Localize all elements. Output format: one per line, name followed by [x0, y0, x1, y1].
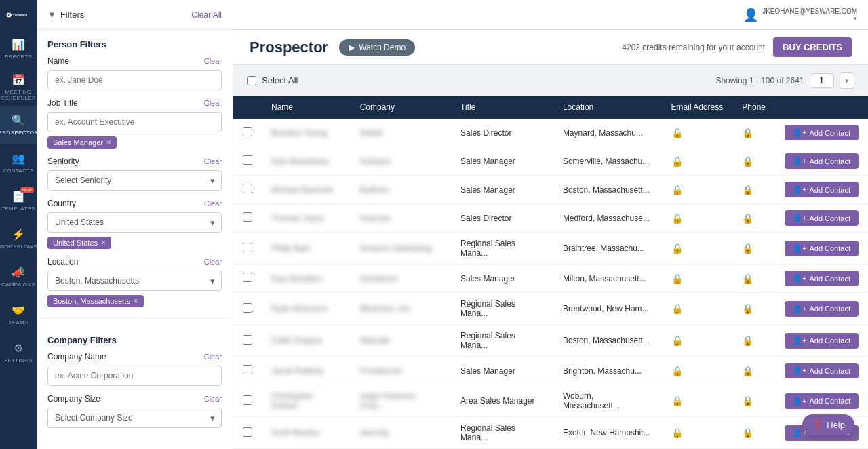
location-select[interactable]: Boston, Massachusetts New York, New York…	[47, 271, 222, 291]
phone-lock-icon-5: 🔒	[742, 273, 753, 284]
name-input[interactable]	[47, 70, 222, 90]
add-contact-button-7[interactable]: 👤+ Add Contact	[785, 333, 859, 349]
country-select[interactable]: United States Canada United Kingdom	[47, 212, 222, 233]
row-checkbox-0[interactable]	[243, 127, 252, 136]
row-checkbox-9[interactable]	[243, 395, 252, 405]
row-checkbox-2[interactable]	[243, 184, 252, 193]
country-clear[interactable]: Clear	[204, 199, 222, 208]
contact-name-9: Christopher Dufault	[271, 391, 313, 410]
meeting-icon: 📅	[12, 73, 25, 86]
contact-name-1: Kyle Beaudreau	[271, 157, 329, 166]
company-header: Company	[351, 96, 451, 119]
location-clear[interactable]: Clear	[204, 258, 222, 266]
filters-header: ▼ Filters Clear All	[37, 0, 233, 30]
contact-company-10: Security	[360, 428, 389, 437]
boston-tag-close[interactable]: ×	[134, 297, 138, 305]
name-filter-group: Name Clear	[37, 56, 233, 98]
nav-item-campaigns[interactable]: 📣 CAMPAIGNS	[0, 258, 37, 296]
job-title-input[interactable]	[47, 112, 222, 132]
add-contact-icon-0: 👤+	[793, 128, 806, 137]
logo[interactable]: Yesware	[0, 0, 37, 30]
nav-item-prospector[interactable]: 🔍 PROSPECTOR	[0, 106, 37, 144]
add-contact-button-2[interactable]: 👤+ Add Contact	[785, 182, 859, 197]
table-row: Christopher Dufault Aegis Sciences Corp.…	[233, 385, 868, 417]
contact-name-0: Brandon Young	[271, 128, 327, 138]
nav-item-meeting-scheduler[interactable]: 📅 MEETING SCHEDULER	[0, 68, 37, 106]
nav-item-workflows[interactable]: ⚡ WORKFLOWS	[0, 220, 37, 258]
name-filter-clear[interactable]: Clear	[204, 57, 222, 65]
boston-tag: Boston, Massachusetts ×	[47, 295, 144, 307]
job-title-clear[interactable]: Clear	[204, 99, 222, 107]
contact-name-7: Collin Drapow	[271, 336, 322, 345]
seniority-select[interactable]: Select Seniority Entry Level Mid Level S…	[47, 170, 222, 191]
company-filters-title: Company Filters	[37, 326, 233, 352]
contact-title-5: Sales Manager	[451, 265, 553, 293]
contact-title-4: Regional Sales Mana...	[451, 233, 553, 265]
contact-location-4: Braintree, Massachu...	[553, 233, 662, 265]
location-header: Location	[553, 96, 662, 119]
add-contact-button-8[interactable]: 👤+ Add Contact	[785, 363, 859, 378]
row-checkbox-7[interactable]	[243, 335, 252, 345]
campaigns-icon: 📣	[12, 266, 25, 279]
add-contact-icon-5: 👤+	[793, 274, 806, 283]
contact-company-9: Aegis Sciences Corp...	[360, 391, 416, 410]
row-checkbox-8[interactable]	[243, 365, 252, 374]
page-number-input[interactable]	[810, 73, 834, 88]
row-checkbox-1[interactable]	[243, 155, 252, 165]
company-size-select[interactable]: Select Company Size 1-10 11-50 51-200 20…	[47, 408, 222, 428]
action-header	[775, 96, 868, 119]
contact-location-3: Medford, Massachuse...	[553, 204, 662, 233]
company-name-clear[interactable]: Clear	[204, 353, 222, 361]
global-header: 👤 JKEOHANE@YESWARE.COM ▾	[233, 0, 868, 30]
select-all-checkbox[interactable]	[247, 76, 256, 85]
contact-company-6: Minemics, Inc.	[360, 304, 412, 313]
contact-title-6: Regional Sales Mana...	[451, 293, 553, 325]
contact-title-2: Sales Manager	[451, 176, 553, 204]
phone-lock-icon-6: 🔒	[742, 303, 753, 314]
company-name-filter-group: Company Name Clear	[37, 352, 233, 394]
watch-demo-button[interactable]: ▶ Watch Demo	[339, 39, 415, 56]
country-label: Country	[47, 199, 76, 208]
help-button[interactable]: ❓ Help	[802, 414, 854, 435]
table-row: Scott Murphy Security Regional Sales Man…	[233, 417, 868, 449]
contact-company-7: Netsuite	[360, 336, 390, 345]
sales-manager-tag-close[interactable]: ×	[106, 138, 111, 147]
seniority-clear[interactable]: Clear	[204, 157, 222, 165]
contact-title-7: Regional Sales Mana...	[451, 325, 553, 357]
contact-name-4: Philip Baer	[271, 243, 311, 253]
row-checkbox-10[interactable]	[243, 427, 252, 437]
nav-item-contacts[interactable]: 👥 CONTACTS	[0, 144, 37, 182]
add-contact-button-1[interactable]: 👤+ Add Contact	[785, 153, 859, 169]
page-title: Prospector	[250, 39, 328, 56]
add-contact-button-0[interactable]: 👤+ Add Contact	[785, 125, 859, 140]
company-size-clear[interactable]: Clear	[204, 395, 222, 403]
seniority-select-wrapper: Select Seniority Entry Level Mid Level S…	[47, 170, 222, 191]
add-contact-button-6[interactable]: 👤+ Add Contact	[785, 301, 859, 317]
phone-header: Phone	[732, 96, 775, 119]
contact-location-7: Boston, Massachusett...	[553, 325, 662, 357]
clear-all-button[interactable]: Clear All	[191, 10, 222, 20]
add-contact-button-4[interactable]: 👤+ Add Contact	[785, 241, 859, 256]
add-contact-button-3[interactable]: 👤+ Add Contact	[785, 210, 859, 226]
next-page-button[interactable]: ›	[840, 72, 854, 89]
user-info[interactable]: 👤 JKEOHANE@YESWARE.COM ▾	[743, 7, 857, 22]
location-label: Location	[47, 257, 78, 267]
row-checkbox-5[interactable]	[243, 273, 252, 282]
nav-item-reports[interactable]: 📊 REPORTS	[0, 30, 37, 68]
row-checkbox-3[interactable]	[243, 212, 252, 222]
nav-item-templates[interactable]: 📄 TEMPLATES NEW	[0, 182, 37, 220]
add-contact-button-9[interactable]: 👤+ Add Contact	[785, 393, 859, 409]
nav-item-teams[interactable]: 🤝 TEAMS	[0, 296, 37, 334]
row-checkbox-6[interactable]	[243, 303, 252, 313]
buy-credits-button[interactable]: BUY CREDITS	[773, 37, 852, 57]
settings-icon: ⚙	[14, 342, 23, 355]
nav-item-settings[interactable]: ⚙ SETTINGS	[0, 334, 37, 372]
company-name-input[interactable]	[47, 366, 222, 386]
add-contact-button-5[interactable]: 👤+ Add Contact	[785, 271, 859, 286]
row-checkbox-4[interactable]	[243, 243, 252, 252]
phone-lock-icon-4: 🔒	[742, 243, 753, 254]
main-content-area: 👤 JKEOHANE@YESWARE.COM ▾ Prospector ▶ Wa…	[233, 0, 868, 449]
table-row: Philip Baer Amazon Advertising Regional …	[233, 233, 868, 265]
contact-name-10: Scott Murphy	[271, 428, 319, 437]
united-states-tag-close[interactable]: ×	[101, 239, 106, 247]
